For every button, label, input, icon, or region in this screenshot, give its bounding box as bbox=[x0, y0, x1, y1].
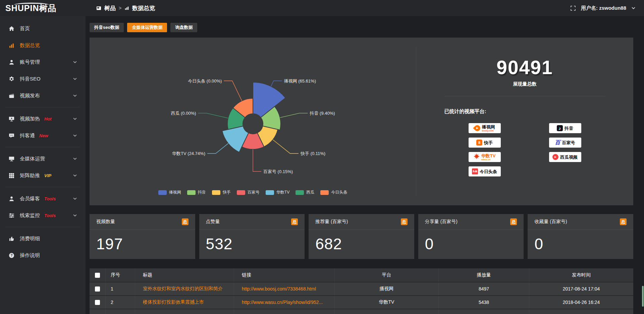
platform-name: 百家号 bbox=[562, 141, 575, 145]
pie-slice-4[interactable] bbox=[222, 126, 249, 152]
platform-badge-wasu[interactable]: 华数TVwasu.cn bbox=[469, 152, 501, 162]
chevron-down-icon[interactable] bbox=[73, 157, 77, 160]
select-all-checkbox[interactable] bbox=[95, 273, 100, 278]
tab-douyin-seo-data[interactable]: 抖音seo数据 bbox=[90, 23, 124, 32]
user-chevron-down-icon[interactable] bbox=[632, 7, 635, 9]
legend-swatch bbox=[320, 190, 329, 195]
sidebar-divider bbox=[5, 147, 80, 147]
chat-icon bbox=[9, 133, 14, 139]
table-cell: 华数TV bbox=[335, 296, 439, 309]
app-logo[interactable]: SHUPIN树品 bbox=[0, 3, 86, 14]
sidebar-item-label: 账号管理 bbox=[20, 59, 40, 65]
sidebar-item-tag: Hot bbox=[44, 116, 52, 121]
platform-sub: wasu.cn bbox=[481, 158, 491, 161]
platform-badge-baijiahao[interactable]: 百百家号 bbox=[549, 138, 581, 148]
platform-badge-kuaishou[interactable]: 8快手 bbox=[469, 138, 501, 148]
sidebar-item-video-publish[interactable]: 视频发布 bbox=[0, 87, 86, 104]
bar-chart-icon bbox=[124, 6, 129, 10]
chevron-down-icon[interactable] bbox=[73, 61, 77, 63]
sidebar-item-account-management[interactable]: 账号管理 bbox=[0, 54, 86, 70]
tab-inquiry-data[interactable]: 询盘数据 bbox=[170, 23, 197, 32]
sidebar-item-lead-monitoring[interactable]: 线索监控Tools bbox=[0, 207, 86, 224]
legend-item-4[interactable]: 华数TV bbox=[266, 190, 289, 195]
username-label[interactable]: 用户名: zswodun88 bbox=[581, 5, 626, 11]
pie-label: 今日头条 (0.00%) bbox=[188, 78, 222, 84]
video-title-link[interactable]: 楼体投影灯投影效果震撼上市 bbox=[135, 296, 234, 309]
sidebar-item-tag: New bbox=[39, 133, 48, 138]
sidebar-item-matrix-boost[interactable]: 矩阵助推VIP bbox=[0, 167, 86, 184]
column-header: 发布时间 bbox=[529, 268, 633, 282]
sidebar-divider bbox=[5, 107, 80, 107]
platform-name: 今日头条 bbox=[480, 169, 497, 174]
video-url-link[interactable]: http://www.boosj.com/7338468.html bbox=[234, 282, 335, 295]
chart-legend: 播视网抖音快手百家号华数TV西瓜今日头条 bbox=[90, 190, 416, 195]
sidebar-item-data-overview[interactable]: 数据总览 bbox=[0, 37, 86, 54]
sidebar-item-label: 数据总览 bbox=[20, 42, 40, 49]
platform-name: 华数TV bbox=[481, 154, 496, 158]
pie-label: 百家号 (0.15%) bbox=[263, 169, 293, 174]
scrollbar-thumb[interactable] bbox=[642, 286, 644, 307]
chevron-down-icon[interactable] bbox=[73, 197, 77, 200]
platform-name: 快手 bbox=[484, 141, 493, 145]
pie-label: 抖音 (9.40%) bbox=[309, 111, 335, 116]
sidebar-item-operation-guide[interactable]: ?操作说明 bbox=[0, 247, 86, 264]
pie-label: 快手 (0.11%) bbox=[300, 151, 325, 156]
video-url-link[interactable]: http://www.wasu.cn/Play/show/id/952... bbox=[234, 296, 335, 309]
pie-label-line bbox=[271, 81, 282, 86]
chevron-down-icon[interactable] bbox=[73, 94, 77, 97]
pie-label-line bbox=[273, 140, 299, 153]
legend-label: 西瓜 bbox=[306, 190, 314, 195]
legend-item-0[interactable]: 播视网 bbox=[158, 190, 181, 195]
fullscreen-icon[interactable] bbox=[571, 6, 576, 11]
legend-label: 抖音 bbox=[198, 190, 206, 195]
chevron-down-icon[interactable] bbox=[73, 214, 77, 217]
table-row: 1室外水纹灯和室内水纹灯的区别和简介http://www.boosj.com/7… bbox=[90, 282, 633, 295]
sidebar-item-video-heating[interactable]: 视频加热Hot bbox=[0, 110, 86, 127]
platform-badge-boosj[interactable]: ▶播视网boosj.com bbox=[469, 123, 501, 133]
platform-badge-xigua[interactable]: ▶西瓜视频 bbox=[549, 152, 581, 162]
sidebar-item-label: 矩阵助推 bbox=[20, 172, 40, 179]
total-impressions-label: 展现量总数 bbox=[416, 81, 633, 87]
tab-omni-media-operation-data[interactable]: 全媒体运营数据 bbox=[127, 23, 167, 32]
sidebar-item-consumption-details[interactable]: 消费明细 bbox=[0, 230, 86, 247]
sidebar-item-home[interactable]: 首页 bbox=[0, 20, 86, 37]
sidebar-item-tag: Tools bbox=[44, 196, 56, 201]
row-checkbox[interactable] bbox=[95, 286, 100, 292]
sidebar-item-omni-media-operation[interactable]: 全媒体运营 bbox=[0, 150, 86, 167]
legend-item-1[interactable]: 抖音 bbox=[187, 190, 206, 195]
column-header: 播放量 bbox=[439, 268, 529, 282]
legend-label: 今日头条 bbox=[331, 190, 347, 195]
total-impressions-value: 90491 bbox=[416, 56, 633, 78]
stat-card-share-count: 分享量 (百家号)总0 bbox=[418, 214, 524, 259]
platform-badge-toutiao[interactable]: 头条今日头条 bbox=[469, 166, 501, 176]
sidebar-item-douketong[interactable]: 抖客通New bbox=[0, 127, 86, 144]
legend-item-5[interactable]: 西瓜 bbox=[296, 190, 314, 195]
kuaishou-logo-icon: 8 bbox=[476, 140, 482, 146]
pie-label-line bbox=[207, 144, 228, 154]
sidebar-item-member-baoke[interactable]: 会员爆客Tools bbox=[0, 190, 86, 207]
breadcrumb-root[interactable]: 树品 bbox=[104, 4, 116, 12]
sidebar-item-douyin-seo[interactable]: 抖音SEO bbox=[0, 70, 86, 87]
sidebar-item-label: 视频加热 bbox=[20, 116, 40, 122]
column-header: 平台 bbox=[335, 268, 439, 282]
stat-card-value: 0 bbox=[528, 230, 633, 253]
legend-item-2[interactable]: 快手 bbox=[212, 190, 231, 195]
chevron-down-icon[interactable] bbox=[73, 117, 77, 120]
video-title-link[interactable]: 室外水纹灯和室内水纹灯的区别和简介 bbox=[135, 282, 234, 295]
chevron-down-icon[interactable] bbox=[73, 174, 77, 177]
stat-card-title: 点赞量 bbox=[206, 219, 220, 225]
legend-item-3[interactable]: 百家号 bbox=[237, 190, 260, 195]
column-header: 序号 bbox=[106, 268, 135, 282]
platform-badge-douyin[interactable]: ♪抖音 bbox=[549, 123, 581, 133]
row-checkbox[interactable] bbox=[95, 300, 100, 305]
table-cell: 2 bbox=[106, 296, 135, 309]
home-icon bbox=[9, 26, 14, 32]
pie-label-line bbox=[198, 113, 228, 118]
chevron-down-icon[interactable] bbox=[73, 77, 77, 80]
pie-label: 西瓜 (0.00%) bbox=[171, 111, 196, 116]
platform-name: 抖音 bbox=[565, 126, 573, 130]
user-icon bbox=[9, 196, 14, 202]
chevron-down-icon[interactable] bbox=[73, 134, 77, 137]
summary-panel: 90491 展现量总数 已统计的视频平台: ▶播视网boosj.com♪抖音8快… bbox=[416, 38, 633, 205]
legend-item-6[interactable]: 今日头条 bbox=[320, 190, 347, 195]
